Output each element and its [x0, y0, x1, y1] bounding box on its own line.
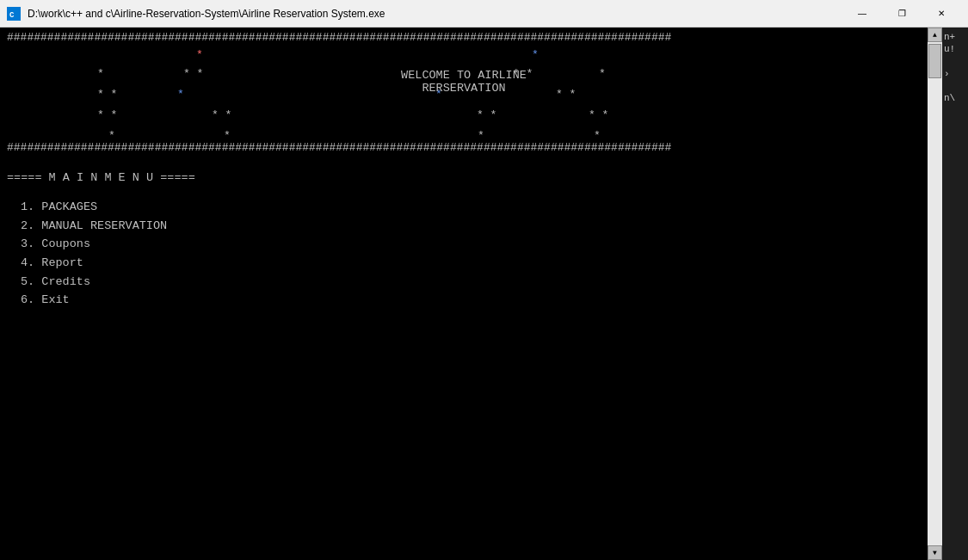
star-decoration: * *	[556, 88, 576, 101]
star-decoration: *	[599, 67, 606, 80]
star-decoration: *	[594, 129, 601, 142]
menu-item-packages: 1. PACKAGES	[7, 198, 921, 217]
scroll-thumb[interactable]	[928, 44, 941, 78]
window-body: ########################################…	[0, 28, 968, 560]
menu-item-exit: 6. Exit	[7, 291, 921, 310]
app-icon: C	[7, 7, 21, 21]
right-panel: n+u!›n\	[942, 28, 968, 560]
minimize-button[interactable]: —	[842, 0, 882, 28]
star-decoration: *	[177, 88, 184, 101]
star-decoration: *	[532, 48, 539, 61]
menu-item-coupons: 3. Coupons	[7, 235, 921, 254]
star-decoration: * *	[212, 108, 231, 121]
menu-item-credits: 5. Credits	[7, 273, 921, 292]
star-decoration: *	[97, 67, 104, 80]
menu-item-manual-reservation: 2. MANUAL RESERVATION	[7, 217, 921, 236]
restore-button[interactable]: ❐	[882, 0, 922, 28]
window-title: D:\work\c++ and c\Airline-Reservation-Sy…	[28, 8, 842, 20]
scroll-track[interactable]	[928, 42, 942, 545]
close-button[interactable]: ✕	[922, 0, 961, 28]
console-area[interactable]: ########################################…	[0, 28, 928, 560]
top-hash-line: ########################################…	[7, 31, 921, 45]
menu-item-report: 4. Report	[7, 254, 921, 273]
main-menu: ===== M A I N M E N U ===== 1. PACKAGES …	[7, 168, 921, 313]
star-decoration: * *	[589, 108, 608, 121]
welcome-line1: WELCOME TO AIRLINE	[401, 69, 527, 82]
star-decoration: *	[108, 129, 115, 142]
scroll-up-button[interactable]: ▲	[928, 28, 942, 42]
scrollbar[interactable]: ▲ ▼	[928, 28, 942, 560]
svg-text:C: C	[9, 11, 15, 20]
menu-title: ===== M A I N M E N U =====	[7, 171, 921, 184]
welcome-text: WELCOME TO AIRLINE RERSERVATION	[401, 69, 527, 95]
window-controls: — ❐ ✕	[842, 0, 961, 28]
star-decoration: *	[224, 129, 231, 142]
star-decoration: * *	[97, 88, 117, 101]
stars-section: * * * * * * * * * * * * * * * * * * * * …	[7, 45, 921, 148]
star-decoration: * *	[477, 108, 496, 121]
star-decoration: * *	[183, 67, 203, 80]
scroll-down-button[interactable]: ▼	[928, 545, 942, 560]
title-bar: C D:\work\c++ and c\Airline-Reservation-…	[0, 0, 968, 28]
star-decoration: *	[478, 129, 484, 142]
right-panel-content: n+u!›n\	[942, 28, 968, 108]
star-decoration: * *	[97, 108, 117, 121]
welcome-line2: RERSERVATION	[401, 82, 527, 95]
star-decoration: *	[196, 48, 203, 61]
